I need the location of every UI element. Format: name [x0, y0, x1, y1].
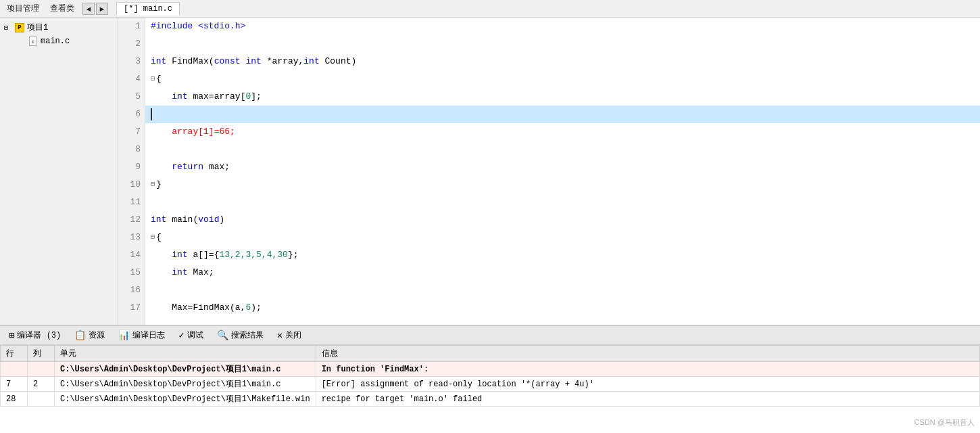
- compiler-icon: ⊞: [9, 329, 14, 341]
- tab-close-label: 关闭: [285, 329, 301, 341]
- tab-compiler-label: 编译器 (3): [17, 329, 61, 341]
- project-label: 项目1: [27, 22, 48, 33]
- indent-15: [151, 264, 172, 281]
- tab-close[interactable]: ✕ 关闭: [271, 327, 308, 344]
- code-editor[interactable]: 1 2 3 4 5 6 7 8 9 10 11 12 13 14 15 16 1…: [118, 18, 980, 325]
- code-line-17: Max=FindMax(a,6);: [145, 299, 980, 317]
- line-num-2: 2: [118, 35, 145, 53]
- nums-array: 13,2,3,5,4,30: [219, 246, 287, 264]
- table-row[interactable]: 28 C:\Users\Admin\Desktop\DevProject\项目1…: [1, 392, 980, 407]
- code-line-12: int main(void): [145, 211, 980, 229]
- code-line-11: [145, 193, 980, 211]
- line-num-6: 6: [118, 106, 145, 123]
- error-group-header[interactable]: C:\Users\Admin\Desktop\DevProject\项目1\ma…: [1, 362, 980, 377]
- bottom-panel: ⊞ 编译器 (3) 📋 资源 📊 编译日志 ✓ 调试 🔍 搜索结果 ✕ 关闭: [0, 325, 980, 433]
- search-icon: 🔍: [217, 329, 228, 341]
- menu-view[interactable]: 查看类: [47, 1, 77, 16]
- error-table: 行 列 单元 信息 C:\Users\Admin\Desktop\DevProj…: [0, 345, 980, 407]
- num-0: 0: [245, 88, 251, 106]
- build-log-icon: 📊: [118, 329, 130, 341]
- kw-int-max: int: [172, 88, 193, 106]
- tree-root[interactable]: ⊟ P 项目1: [3, 20, 115, 35]
- tab-debug[interactable]: ✓ 调试: [172, 327, 209, 344]
- sidebar: ⊟ P 项目1 c main.c: [0, 18, 118, 325]
- code-line-5: int max=array[0];: [145, 88, 980, 106]
- tab-debug-label: 调试: [187, 329, 203, 341]
- table-header-row: 行 列 单元 信息: [1, 346, 980, 362]
- kw-int-findmax: int: [151, 53, 172, 70]
- tab-search-label: 搜索结果: [231, 329, 264, 341]
- col-header-unit: 单元: [55, 346, 316, 362]
- tree-children: c main.c: [3, 35, 115, 48]
- line-num-9: 9: [118, 158, 145, 176]
- code-line-2: [145, 35, 980, 53]
- indent-9: [151, 158, 172, 176]
- kw-int-main: int: [151, 211, 172, 229]
- code-line-7: array[1]=66;: [145, 123, 980, 141]
- line1-content: #include <stdio.h>: [151, 18, 245, 35]
- code-line-3: int FindMax(const int *array,int Count): [145, 53, 980, 70]
- tab-build-log[interactable]: 📊 编译日志: [112, 327, 171, 344]
- code-line-16: [145, 281, 980, 299]
- kw-int-a: int: [172, 246, 193, 264]
- code-line-4: ⊟{: [145, 70, 980, 88]
- fold-btn-4[interactable]: ⊟: [151, 70, 155, 88]
- code-line-8: [145, 141, 980, 158]
- error-header-row: [1, 362, 28, 377]
- error-row-7-col: 2: [28, 377, 55, 392]
- code-max-assign: max=array[: [193, 88, 245, 106]
- nav-prev-button[interactable]: ◄: [82, 3, 95, 15]
- line-num-5: 5: [118, 88, 145, 106]
- line-numbers: 1 2 3 4 5 6 7 8 9 10 11 12 13 14 15 16 1…: [118, 18, 145, 325]
- indent-14: [151, 246, 172, 264]
- toolbar: 项目管理 查看类 ◄ ► [*] main.c: [0, 0, 980, 18]
- tab-build-log-label: 编译日志: [132, 329, 165, 341]
- tab-compiler[interactable]: ⊞ 编译器 (3): [3, 327, 67, 344]
- bottom-tabs: ⊞ 编译器 (3) 📋 资源 📊 编译日志 ✓ 调试 🔍 搜索结果 ✕ 关闭: [0, 326, 980, 345]
- kw-int-Max: int: [172, 264, 193, 281]
- fold-btn-10[interactable]: ⊟: [151, 176, 155, 193]
- code-line-14: int a[]={13,2,3,5,4,30};: [145, 246, 980, 264]
- indent-17: [151, 299, 172, 317]
- table-row[interactable]: 7 2 C:\Users\Admin\Desktop\DevProject\项目…: [1, 377, 980, 392]
- expand-icon: ⊟: [4, 24, 12, 32]
- code-lines[interactable]: #include <stdio.h> int FindMax(const int…: [145, 18, 980, 325]
- text-cursor: [151, 108, 152, 120]
- brace-close-10: }: [156, 176, 162, 193]
- brace-open-4: {: [156, 70, 162, 88]
- nav-buttons: ◄ ►: [82, 3, 108, 15]
- line-num-11: 11: [118, 193, 145, 211]
- file-expand: [18, 38, 26, 45]
- line-num-7: 7: [118, 123, 145, 141]
- num-6: 6: [245, 299, 251, 317]
- code-line-9: return max;: [145, 158, 980, 176]
- code-line-6[interactable]: [145, 106, 980, 123]
- tab-resources-label: 资源: [89, 329, 105, 341]
- fold-btn-13[interactable]: ⊟: [151, 229, 155, 246]
- tree-file-main[interactable]: c main.c: [16, 35, 115, 48]
- line-num-1: 1: [118, 18, 145, 35]
- resources-icon: 📋: [74, 329, 86, 341]
- error-row-28-col: [28, 392, 55, 407]
- code-array-assign: array[1]=66;: [172, 123, 235, 141]
- code-area: 1 2 3 4 5 6 7 8 9 10 11 12 13 14 15 16 1…: [118, 18, 980, 325]
- tab-resources[interactable]: 📋 资源: [68, 327, 111, 344]
- semicolon-17: );: [251, 299, 262, 317]
- file-tree: ⊟ P 项目1 c main.c: [0, 18, 118, 51]
- line-num-14: 14: [118, 246, 145, 264]
- nav-next-button[interactable]: ►: [96, 3, 108, 15]
- indent-5: [151, 88, 172, 106]
- menu-project[interactable]: 项目管理: [4, 1, 42, 16]
- active-tab[interactable]: [*] main.c: [116, 2, 180, 16]
- col-header-row: 行: [1, 346, 28, 362]
- error-header-info: In function 'FindMax':: [316, 362, 979, 377]
- error-row-28-unit: C:\Users\Admin\Desktop\DevProject\项目1\Ma…: [55, 392, 316, 407]
- code-line-13: ⊟{: [145, 229, 980, 246]
- code-Max: Max;: [193, 264, 214, 281]
- tab-search[interactable]: 🔍 搜索结果: [211, 327, 270, 344]
- line-num-17: 17: [118, 299, 145, 317]
- watermark: CSDN @马职音人: [914, 417, 975, 428]
- kw-void: void: [198, 211, 219, 229]
- semicolon-14: };: [288, 246, 299, 264]
- code-line-10: ⊟}: [145, 176, 980, 193]
